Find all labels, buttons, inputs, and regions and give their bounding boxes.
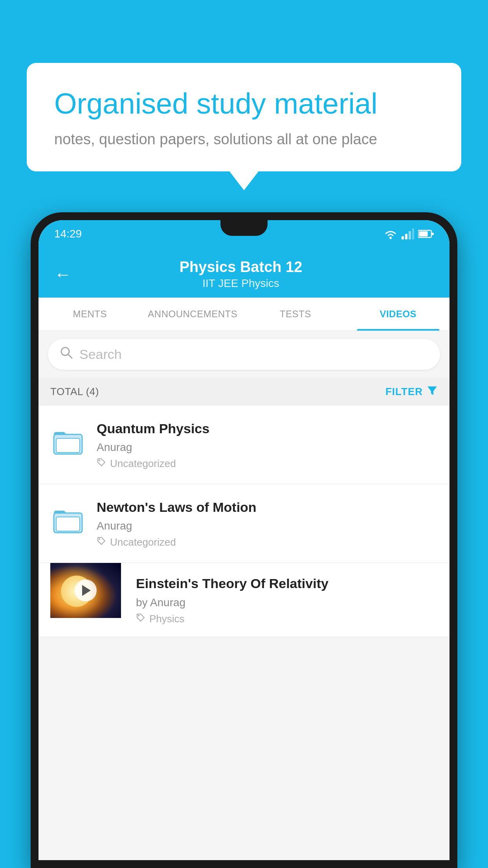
batch-subtitle: IIT JEE Physics (83, 277, 398, 290)
svg-line-9 (68, 354, 72, 358)
video-title: Newton's Laws of Motion (97, 498, 438, 516)
app-header: ← Physics Batch 12 IIT JEE Physics (39, 248, 449, 298)
video-info: Quantum Physics Anurag Uncategorized (97, 420, 438, 470)
video-title: Quantum Physics (97, 420, 438, 437)
search-icon (60, 346, 73, 363)
back-button[interactable]: ← (54, 266, 72, 283)
svg-point-0 (389, 237, 392, 239)
video-info: Newton's Laws of Motion Anurag Uncategor… (97, 498, 438, 548)
svg-rect-1 (402, 236, 404, 239)
svg-point-13 (99, 460, 100, 461)
video-tag: Uncategorized (97, 458, 438, 470)
list-item[interactable]: Quantum Physics Anurag Uncategorized (39, 406, 449, 484)
svg-rect-12 (56, 438, 80, 452)
video-list: Quantum Physics Anurag Uncategorized (39, 406, 449, 637)
tab-videos[interactable]: VIDEOS (347, 298, 450, 331)
tab-ments[interactable]: MENTS (39, 298, 141, 331)
signal-icon (402, 228, 414, 239)
video-author: Anurag (97, 441, 438, 454)
video-tag: Uncategorized (97, 536, 438, 548)
wifi-icon (383, 228, 398, 239)
folder-icon-wrap (50, 424, 86, 459)
play-button[interactable] (75, 579, 97, 601)
search-bar[interactable]: Search (48, 339, 440, 370)
svg-point-16 (99, 538, 100, 540)
filter-bar: TOTAL (4) FILTER (39, 378, 449, 406)
tag-icon (136, 613, 145, 625)
video-tag: Physics (136, 613, 434, 625)
filter-button[interactable]: FILTER (385, 385, 438, 399)
svg-point-17 (138, 615, 139, 616)
svg-rect-6 (419, 232, 428, 237)
video-info: Einstein's Theory Of Relativity by Anura… (132, 563, 438, 636)
header-title-block: Physics Batch 12 IIT JEE Physics (83, 259, 398, 290)
total-count: TOTAL (4) (50, 386, 99, 398)
play-triangle-icon (82, 585, 91, 596)
status-bar: 14:29 (39, 220, 449, 248)
phone-screen: 14:29 (39, 220, 449, 860)
notch (220, 220, 268, 236)
video-author: Anurag (97, 520, 438, 532)
svg-marker-10 (427, 386, 437, 395)
tag-icon (97, 536, 106, 548)
video-title: Einstein's Theory Of Relativity (136, 575, 434, 592)
tabs-bar: MENTS ANNOUNCEMENTS TESTS VIDEOS (39, 298, 449, 331)
folder-icon (52, 426, 84, 457)
status-time: 14:29 (54, 228, 82, 240)
svg-rect-4 (412, 228, 414, 239)
tab-tests[interactable]: TESTS (244, 298, 347, 331)
search-placeholder: Search (79, 347, 122, 362)
tab-announcements[interactable]: ANNOUNCEMENTS (141, 298, 244, 331)
video-thumbnail (50, 563, 121, 618)
bubble-subtitle: notes, question papers, solutions all at… (54, 131, 434, 148)
list-item[interactable]: Einstein's Theory Of Relativity by Anura… (39, 563, 449, 637)
speech-bubble-box: Organised study material notes, question… (27, 63, 461, 171)
filter-funnel-icon (427, 385, 438, 399)
svg-rect-15 (56, 517, 80, 531)
svg-rect-7 (432, 233, 434, 235)
video-author: by Anurag (136, 596, 434, 609)
tag-icon (97, 458, 106, 470)
folder-icon-wrap (50, 502, 86, 538)
svg-rect-3 (409, 231, 411, 239)
svg-rect-2 (405, 234, 407, 239)
promo-speech-bubble: Organised study material notes, question… (27, 63, 461, 171)
battery-icon (418, 230, 434, 238)
list-item[interactable]: Newton's Laws of Motion Anurag Uncategor… (39, 484, 449, 563)
status-icons (383, 228, 434, 239)
batch-title: Physics Batch 12 (83, 259, 398, 276)
bubble-title: Organised study material (54, 86, 434, 121)
folder-icon (52, 504, 84, 536)
phone-frame: 14:29 (31, 212, 457, 868)
